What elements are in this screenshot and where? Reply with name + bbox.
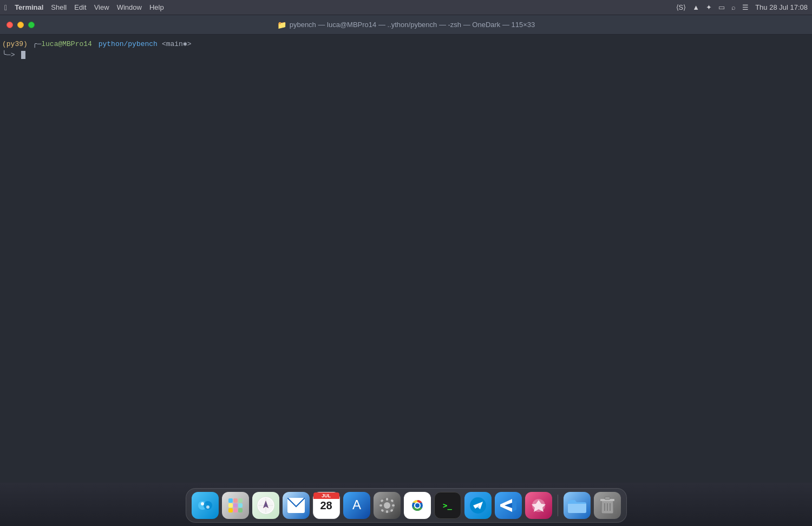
menu-help[interactable]: Help — [149, 3, 164, 11]
svg-rect-9 — [238, 503, 243, 508]
svg-rect-7 — [228, 503, 233, 508]
prompt-continuation: ╰─> — [2, 50, 15, 61]
minimize-button[interactable] — [17, 22, 24, 28]
apple-menu[interactable]:  — [4, 3, 7, 12]
dock-item-calendar[interactable]: JUL 28 — [313, 492, 340, 519]
bluetooth-icon[interactable]: ✦ — [706, 3, 712, 11]
dock-item-safari[interactable] — [252, 492, 279, 519]
svg-rect-24 — [386, 510, 388, 513]
window-title: 📁 pybench — luca@MBPro14 — ..ython/pyben… — [277, 21, 535, 29]
env-indicator: (py39) — [2, 39, 28, 50]
svg-rect-23 — [386, 498, 388, 501]
prompt-space — [17, 50, 21, 61]
notification-icon[interactable]: ☰ — [742, 3, 749, 11]
battery-icon[interactable]: ▭ — [718, 3, 725, 11]
dock-item-trash[interactable] — [594, 492, 621, 519]
siri-icon[interactable]: ⟨S⟩ — [676, 3, 686, 11]
menu-terminal[interactable]: Terminal — [15, 3, 43, 11]
svg-rect-6 — [238, 498, 243, 503]
svg-point-22 — [384, 502, 390, 509]
dock-separator — [558, 495, 558, 516]
space — [92, 39, 96, 50]
user-host: luca@MBPro14 — [41, 39, 92, 50]
svg-point-34 — [415, 503, 420, 508]
dock-item-finder[interactable] — [192, 492, 219, 519]
titlebar: 📁 pybench — luca@MBPro14 — ..ython/pyben… — [0, 15, 812, 35]
dock-item-chrome[interactable] — [404, 492, 431, 519]
dock-item-preferences[interactable] — [374, 492, 401, 519]
svg-point-2 — [201, 502, 204, 505]
menubar-right: ⟨S⟩ ▲ ✦ ▭ ⌕ ☰ Thu 28 Jul 17:08 — [676, 3, 808, 11]
svg-rect-10 — [228, 508, 233, 512]
dock-item-mail[interactable] — [283, 492, 310, 519]
wifi-icon[interactable]: ▲ — [692, 3, 699, 11]
dock-item-vscode[interactable] — [495, 492, 522, 519]
folder-icon: 📁 — [277, 21, 286, 29]
terminal-cursor — [21, 51, 25, 59]
terminal-content[interactable]: (py39) ╭─ luca@MBPro14 python/pybench <m… — [0, 35, 812, 483]
menu-window[interactable]: Window — [117, 3, 142, 11]
prompt-line: (py39) ╭─ luca@MBPro14 python/pybench <m… — [2, 39, 810, 60]
dock: JUL 28 A — [186, 488, 627, 523]
menu-edit[interactable]: Edit — [74, 3, 86, 11]
dock-container: JUL 28 A — [0, 483, 812, 526]
datetime: Thu 28 Jul 17:08 — [755, 3, 808, 11]
prompt-arrow-top: ╭─ — [29, 39, 41, 50]
svg-rect-26 — [392, 504, 395, 507]
svg-rect-40 — [605, 497, 610, 499]
dock-item-launchpad[interactable] — [222, 492, 249, 519]
dock-item-terminal[interactable]: >_ — [434, 492, 461, 519]
close-button[interactable] — [6, 22, 13, 28]
svg-point-3 — [206, 505, 209, 509]
menubar:  Terminal Shell Edit View Window Help ⟨… — [0, 0, 812, 15]
menubar-left:  Terminal Shell Edit View Window Help — [4, 3, 164, 12]
dock-item-telegram[interactable] — [464, 492, 492, 519]
git-branch: <main✱> — [162, 39, 192, 50]
terminal-window: 📁 pybench — luca@MBPro14 — ..ython/pyben… — [0, 15, 812, 483]
menu-view[interactable]: View — [94, 3, 109, 11]
svg-text:A: A — [352, 497, 361, 512]
svg-rect-4 — [228, 498, 233, 503]
prompt-row2: ╰─> — [2, 50, 25, 61]
traffic-lights — [6, 22, 35, 28]
dock-item-folder[interactable] — [564, 492, 591, 519]
dock-item-appstore[interactable]: A — [343, 492, 370, 519]
svg-rect-8 — [233, 503, 238, 508]
prompt-path: python/pybench — [99, 39, 158, 50]
svg-rect-11 — [233, 508, 238, 512]
dock-item-custom[interactable] — [525, 492, 552, 519]
prompt-row1: (py39) ╭─ luca@MBPro14 python/pybench <m… — [2, 39, 192, 50]
maximize-button[interactable] — [28, 22, 35, 28]
svg-rect-25 — [379, 504, 382, 507]
search-icon[interactable]: ⌕ — [731, 3, 736, 11]
svg-rect-12 — [238, 508, 243, 512]
svg-rect-5 — [233, 498, 238, 503]
menu-shell[interactable]: Shell — [51, 3, 67, 11]
